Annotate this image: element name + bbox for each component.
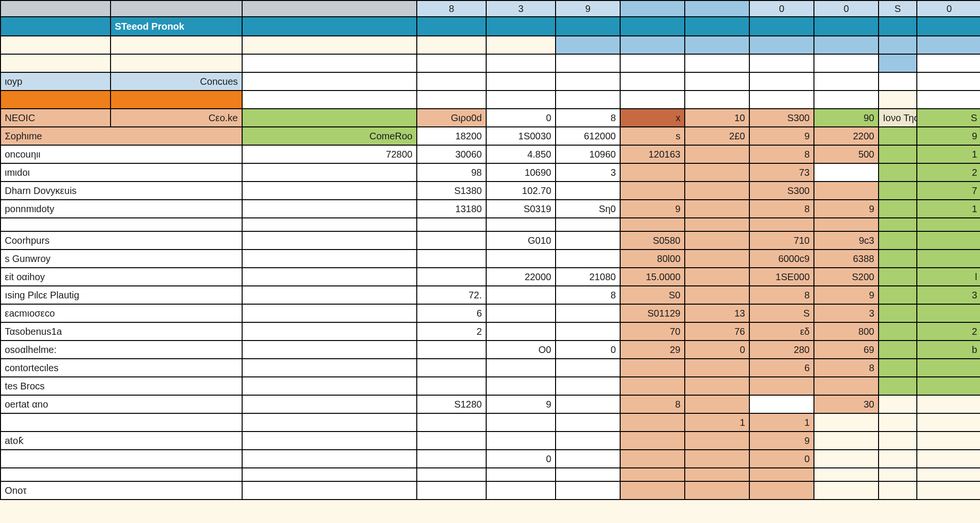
cell[interactable] xyxy=(685,231,749,250)
cell[interactable] xyxy=(749,218,814,231)
cell[interactable] xyxy=(242,200,417,218)
cell[interactable] xyxy=(242,36,417,54)
cell[interactable]: 18200 xyxy=(417,127,486,145)
cell[interactable]: 76 xyxy=(685,322,749,341)
col-header-9[interactable]: 0 xyxy=(814,0,879,17)
cell[interactable] xyxy=(0,218,242,231)
cell[interactable]: ComeRoo xyxy=(242,127,417,145)
cell[interactable] xyxy=(917,359,980,377)
cell[interactable] xyxy=(620,54,685,72)
cell[interactable] xyxy=(486,286,556,304)
col-header-1[interactable] xyxy=(111,0,242,17)
cell[interactable] xyxy=(242,450,417,468)
cell[interactable] xyxy=(917,54,980,72)
cell[interactable]: 98 xyxy=(417,163,486,182)
cell[interactable] xyxy=(417,341,486,359)
cell[interactable] xyxy=(486,54,556,72)
cell[interactable] xyxy=(620,450,685,468)
cell[interactable] xyxy=(879,413,917,432)
cell[interactable] xyxy=(242,413,417,432)
cell[interactable] xyxy=(879,250,917,268)
cell[interactable]: s xyxy=(620,127,685,145)
col-header-11[interactable]: 0 xyxy=(917,0,980,17)
cell[interactable] xyxy=(242,218,417,231)
cell[interactable] xyxy=(620,481,685,500)
cell[interactable] xyxy=(879,127,917,145)
row-label[interactable]: εacmιoσεco xyxy=(0,304,242,322)
cell[interactable] xyxy=(879,395,917,413)
cell[interactable] xyxy=(814,432,879,450)
cell[interactable] xyxy=(242,250,417,268)
cell[interactable]: 8 xyxy=(620,395,685,413)
row-label[interactable]: Σophιme xyxy=(0,127,242,145)
col-header-4[interactable]: 3 xyxy=(486,0,556,17)
row-label[interactable]: Coorhpurs xyxy=(0,231,242,250)
cell[interactable]: 2 xyxy=(917,322,980,341)
cell[interactable] xyxy=(879,91,917,109)
cell[interactable]: εδ xyxy=(749,322,814,341)
cell[interactable] xyxy=(556,182,620,200)
cell[interactable] xyxy=(749,395,814,413)
cell[interactable]: 10960 xyxy=(556,145,620,163)
cell[interactable] xyxy=(556,481,620,500)
cell[interactable] xyxy=(556,395,620,413)
group-label-left[interactable]: ιoyp xyxy=(0,72,111,91)
cell[interactable]: 9c3 xyxy=(814,231,879,250)
cell[interactable] xyxy=(917,468,980,481)
cell[interactable]: S200 xyxy=(814,268,879,286)
cell[interactable] xyxy=(685,145,749,163)
cell[interactable]: 612000 xyxy=(556,127,620,145)
cell[interactable]: S0319 xyxy=(486,200,556,218)
cell[interactable] xyxy=(685,250,749,268)
cell[interactable] xyxy=(879,163,917,182)
cell[interactable] xyxy=(620,91,685,109)
cell[interactable] xyxy=(879,432,917,450)
cell[interactable] xyxy=(879,322,917,341)
cell[interactable]: 70 xyxy=(620,322,685,341)
cell[interactable] xyxy=(814,468,879,481)
cell[interactable]: 0 xyxy=(486,109,556,127)
cell[interactable] xyxy=(685,218,749,231)
cell[interactable] xyxy=(242,341,417,359)
cell[interactable]: 3 xyxy=(917,286,980,304)
col-header-2[interactable] xyxy=(242,0,417,17)
cell[interactable]: 120163 xyxy=(620,145,685,163)
cell[interactable] xyxy=(111,36,242,54)
cell[interactable]: 2200 xyxy=(814,127,879,145)
cell[interactable] xyxy=(917,250,980,268)
cell[interactable] xyxy=(879,359,917,377)
row-label[interactable]: ιmιdoι xyxy=(0,163,242,182)
cell[interactable] xyxy=(879,286,917,304)
cell[interactable] xyxy=(685,36,749,54)
cell[interactable]: 13180 xyxy=(417,200,486,218)
cell[interactable]: 1 xyxy=(685,413,749,432)
cell[interactable] xyxy=(486,413,556,432)
col-header-5[interactable]: 9 xyxy=(556,0,620,17)
cell[interactable]: 8 xyxy=(814,359,879,377)
cell[interactable]: 15.0000 xyxy=(620,268,685,286)
row-label[interactable]: oertat αno xyxy=(0,395,242,413)
cell[interactable]: 69 xyxy=(814,341,879,359)
cell[interactable]: 9 xyxy=(620,200,685,218)
cell[interactable]: 6388 xyxy=(814,250,879,268)
cell[interactable]: G010 xyxy=(486,231,556,250)
cell[interactable] xyxy=(111,91,242,109)
cell[interactable]: 30 xyxy=(814,395,879,413)
cell[interactable]: x xyxy=(620,109,685,127)
row-label[interactable]: oncouηιι xyxy=(0,145,242,163)
cell[interactable] xyxy=(417,54,486,72)
cell[interactable] xyxy=(556,231,620,250)
cell[interactable] xyxy=(879,36,917,54)
cell[interactable] xyxy=(917,72,980,91)
cell[interactable] xyxy=(417,250,486,268)
cell[interactable] xyxy=(242,304,417,322)
cell[interactable]: 0 xyxy=(685,341,749,359)
cell[interactable]: 7 xyxy=(917,182,980,200)
cell[interactable] xyxy=(242,54,417,72)
cell[interactable] xyxy=(749,72,814,91)
cell[interactable] xyxy=(556,359,620,377)
cell[interactable] xyxy=(556,450,620,468)
cell[interactable] xyxy=(620,432,685,450)
col-header-6[interactable] xyxy=(620,0,685,17)
cell[interactable]: 73 xyxy=(749,163,814,182)
